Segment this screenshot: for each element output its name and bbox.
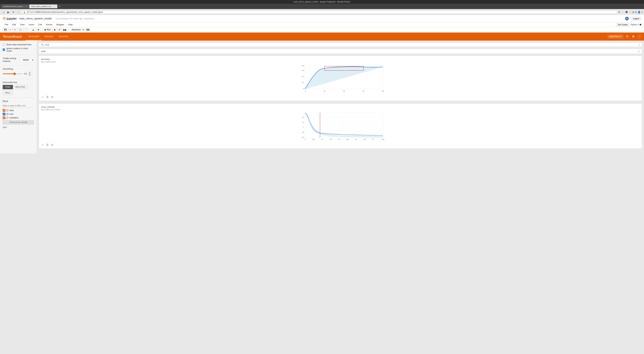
cross-entropy-share-button[interactable]: ⊡ [50,143,54,146]
tooltip-dropdown[interactable]: default [20,58,34,62]
browser-chrome: train_micro_speech_model - Jupyter Noteb… [0,0,644,15]
not-trusted-button[interactable]: Not Trusted [616,23,630,26]
tab2-close[interactable]: ✕ [54,5,55,8]
extensions-icon[interactable]: ⋯ [622,11,624,14]
logs-link[interactable]: logs/ [3,126,7,128]
bookmarks-icon[interactable]: ☰ [618,11,620,14]
jupyter-logo-icon: ⟳ [3,17,6,21]
show-download-label[interactable]: Show data download links [3,43,34,46]
tensorboard-header-right: INACTIVE ▼ ↻ ⚙ ? [608,34,641,39]
python-icon: Py [625,17,629,21]
checkbox-group: Show data download links Ignore outliers… [3,43,34,52]
menu-edit[interactable]: Edit [10,22,18,27]
title-bar: train_micro_speech_model - Jupyter Noteb… [0,0,644,4]
run-button[interactable]: ▶ Run [43,28,52,32]
interrupt-button[interactable]: ■ [53,28,57,32]
svg-text:2k: 2k [343,90,345,92]
filter-input[interactable] [45,44,637,46]
reload-button[interactable]: ↻ [12,10,16,14]
cell-type-select[interactable]: Markdown [70,28,84,32]
svg-rect-12 [305,113,383,138]
smoothing-title: Smoothing [3,68,34,70]
accuracy-chart-card: accuracy tag: eval/accuracy [39,56,642,101]
browser-tab-1[interactable]: notebooks/micro_speec... ✕ [1,5,29,8]
sidebar-icon[interactable]: ⊞ [632,11,634,14]
move-down-button[interactable]: ▼ [36,28,41,32]
kernel-label: Python 3 [631,24,639,26]
accuracy-share-button[interactable]: ⊡ [50,95,54,99]
inactive-button[interactable]: INACTIVE ▼ [608,35,624,38]
axis-step-button[interactable]: STEP [3,85,13,89]
add-cell-button[interactable]: + [8,28,12,32]
show-download-checkbox[interactable] [3,44,5,46]
nav-icons: ☰ ⋯ 🅟 ☆ [618,11,631,14]
toggle-all-button[interactable]: TOGGLE ALL RUNS [3,120,34,124]
divider-1 [3,55,34,55]
security-icon: 🔒 [23,11,26,13]
spin-down-button[interactable]: ▼ [28,74,31,76]
help-button[interactable]: ? [637,35,641,39]
axis-relative-button[interactable]: RELATIVE [13,85,28,89]
split-icon[interactable]: ⊟ [635,11,637,14]
jupyter-header: ⟳ jupyter train_micro_speech_model Last … [0,15,644,22]
accuracy-data-button[interactable]: ☰ [46,95,49,99]
user-icon[interactable]: 👤 [638,11,640,14]
svg-text:500: 500 [312,139,315,140]
menu-cell[interactable]: Cell [36,22,44,27]
accuracy-expand-button[interactable]: ⤢ [41,95,44,99]
menu-help[interactable]: Help [66,22,75,27]
browser-tab-2[interactable]: train_micro_speech_mo... ✕ [29,5,57,8]
cross-entropy-data-button[interactable]: ☰ [46,143,49,146]
tab1-close[interactable]: ✕ [25,5,27,8]
notebook-title[interactable]: train_micro_speech_model [20,17,52,20]
restart-button[interactable]: ↺ [57,28,62,32]
nav-images[interactable]: IMAGES [42,33,56,41]
run-data-label: data [10,109,14,112]
star-icon[interactable]: ☆ [629,11,631,14]
save-button[interactable]: 💾 [3,28,8,32]
keyboard-icon-button[interactable]: ⌨ [85,28,91,32]
nav-scalars[interactable]: SCALARS [26,33,42,41]
spin-up-button[interactable]: ▲ [28,71,31,74]
address-input[interactable] [27,11,615,13]
menu-file[interactable]: File [3,22,10,27]
run-all-button[interactable]: ▶▶ [62,28,68,32]
home-button[interactable]: ⌂ [16,10,20,14]
jupyter-logo: ⟳ jupyter [3,17,17,21]
pocket-icon[interactable]: 🅟 [626,11,628,14]
run-data-checkbox[interactable] [3,109,5,112]
menu-icon[interactable]: ≡ [641,11,643,14]
forward-button[interactable]: ▶ [6,10,10,14]
logout-button[interactable]: Logout [631,17,641,21]
menu-kernel[interactable]: Kernel [44,22,54,27]
menu-bar-right: Not Trusted Python 3 [616,22,641,27]
copy-button[interactable]: 📋 [18,28,23,32]
move-up-button[interactable]: ▲ [31,28,36,32]
svg-text:1.5k: 1.5k [329,139,332,140]
refresh-button[interactable]: ↻ [626,34,629,39]
nav-graphs[interactable]: GRAPHS [56,33,71,41]
new-tab-button[interactable]: + [58,5,61,8]
menu-view[interactable]: View [18,22,27,27]
smoothing-slider[interactable] [3,74,23,74]
address-bar-wrapper: 🔒 [21,11,617,14]
cross-entropy-expand-button[interactable]: ⤢ [41,143,44,146]
ignore-outliers-checkbox[interactable] [3,49,5,51]
runs-filter-input[interactable] [3,104,34,108]
separator-3 [69,28,69,32]
menu-insert[interactable]: Insert [27,22,36,27]
accuracy-chart-area: 0 0.2 0.4 0.6 0.8 0 1k 2k 3k 4k [41,64,640,94]
cut-button[interactable]: ✂ [13,28,17,32]
accuracy-chart-tag: tag: eval/accuracy [41,61,640,63]
run-validation-checkbox[interactable] [3,116,5,119]
cross-entropy-chart-actions: ⤢ ☰ ⊡ [41,143,640,146]
axis-wall-button[interactable]: WALL [3,91,13,95]
paste-button[interactable]: 📄 [23,28,29,32]
menu-widgets[interactable]: Widgets [54,22,66,27]
settings-button[interactable]: ⚙ [631,34,635,39]
run-validation-circle [6,117,8,119]
run-train-checkbox[interactable] [3,113,5,115]
ignore-outliers-label[interactable]: Ignore outliers in chart scalin [3,47,34,52]
back-button[interactable]: ◀ [1,10,5,14]
tensorboard-logo: TensorBoard [3,35,22,39]
